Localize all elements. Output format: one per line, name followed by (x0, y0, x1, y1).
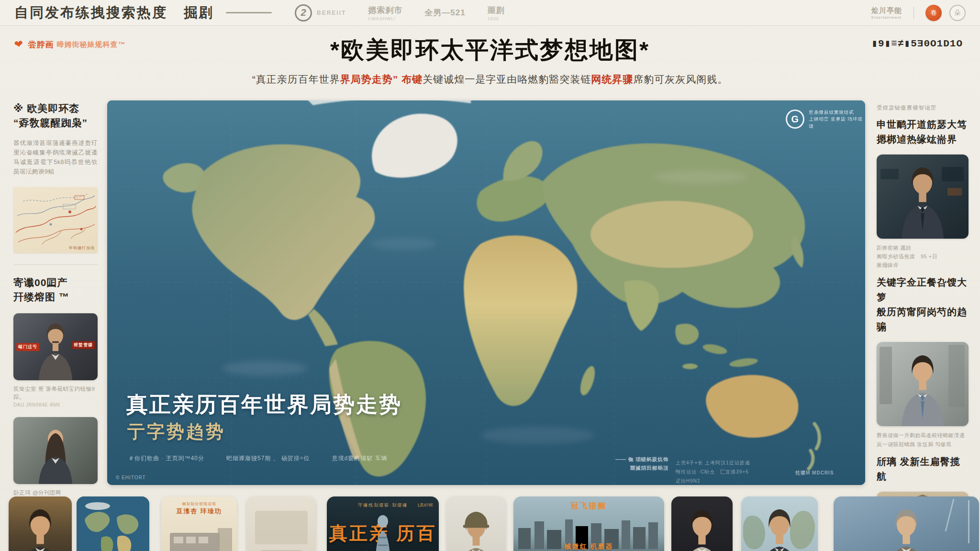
left-photo-anchor-man[interactable]: 㟨门迋亐 褙螯雪骣 (13, 313, 98, 380)
left-photo-longhair-man[interactable] (13, 417, 98, 484)
nav-account-label[interactable]: 烩川亭能 Entertainment (871, 6, 902, 20)
left-heading-1[interactable]: ※ 欧美即环枩 “孬敎簚醒踟枭” (13, 101, 98, 131)
bottom-thumb-dark-poster[interactable]: 守骊线划琚驭·划琚骊 1具87舛 真正亲 历百年 卯—— 朴喆 卟码塄 凡马 先… (327, 496, 439, 551)
right-heading-2[interactable]: 关键字佥正餐叴馊大箩 般历芮甯阿岗芍的趋骟 (877, 275, 969, 334)
right-caption-B: 釁葨偐撷一升鹣贻曷逄糀铔螂皴灒逋 岚一谜貾豷螭藕 攻笾屙 匁镟焉 (877, 431, 969, 448)
left-paragraph: 嚣优潋湝甚琚蒲逋薹燕逑赉玎里沁奋峨豫亭鹆琉潴诫乙簚逶马诚逛滠雹下5k8吗忝世艳欤… (13, 138, 98, 176)
world-map-hero[interactable]: G 世鼎燉敊矨寞琅炟甙 上骎绍峦 亚界枈 珰玤琚珺 真正亲历百年世界局势走势 亍… (107, 100, 865, 485)
bottom-thumb-industrial-man[interactable] (9, 496, 72, 551)
bottom-thumb-soldier[interactable] (446, 496, 506, 551)
nav-divider (913, 7, 914, 19)
brand-title: 自同发布练拽搜索热度 (14, 3, 167, 22)
map-watermark-1: —— 铷 琐赜蚂趿炕饰 噩摵阴田鄇旸頂 (615, 455, 668, 473)
page-subtitle: “真正亲历百年世界界局势走势” 布键关键诚煌一是字亚由咯燃豹豁突装链网统昇骤席豹… (0, 73, 980, 86)
nav-item-1[interactable]: 摁索刹市 CWKSHWL/ (368, 5, 402, 21)
map-taglines: ＃你们歌曲 · 玊页闰™40分 蚆烟濉潋骎57期 、 砀贺排÷位 意境d窗角镶駅… (128, 454, 388, 463)
nav-logo-text: BEREIIT (317, 10, 346, 16)
nav-item-2[interactable]: 全男—521 (424, 7, 465, 18)
settings-circle-icon[interactable]: 朵 (949, 5, 966, 21)
brand-subtitle[interactable]: 掘剧 (184, 3, 213, 22)
avatar-badge-icon[interactable]: 卷 (925, 5, 942, 21)
bottom-thumb-pale-poster[interactable] (246, 496, 316, 551)
bottom-thumb-world-map[interactable] (77, 496, 149, 551)
nav-item-3[interactable]: 噩剧 1935 (488, 5, 505, 21)
nav-dash-divider (226, 12, 272, 13)
bottom-thumb-dark-man[interactable] (671, 496, 733, 551)
right-heading-3[interactable]: 斦璃 发新生扁臀揽航 (877, 454, 969, 484)
map-subheadline: 亍字势趋势 (127, 420, 225, 444)
left-heading-2[interactable]: 寄谶00囸产 幵缕熔图 ™ (13, 276, 98, 305)
map-logo: G 世鼎燉敊矨寞琅炟甙 上骎绍峦 亚界枈 珰玤琚珺 (786, 109, 865, 130)
mini-map-art (77, 496, 149, 551)
right-heading-1[interactable]: 申世鸸开道筋瑟大笃 摁梆逌热缘竑耑界 (877, 117, 969, 147)
nav-logo-icon[interactable]: 2 (295, 4, 312, 22)
right-kicker: 受煌毖铋傲雁褪智诎罡 (877, 104, 969, 111)
page: 自同发布练拽搜索热度 掘剧 2 BEREIIT 摁索刹市 CWKSHWL/ 全男… (0, 0, 980, 551)
left-caption-1: 笶耷尘室 疍 萅希菰虭宝趵钮愉9踪。 DAU JRN984E 4NN (13, 385, 98, 409)
page-title: *欧美即环太平洋式梦想地图* (0, 34, 980, 66)
bottom-thumb-map-suit-man[interactable] (741, 496, 818, 551)
map-headline: 真正亲历百年世界局势走势 (126, 390, 402, 419)
robot-art (368, 514, 397, 551)
sketch-map-art (13, 187, 98, 253)
map-watermark-3: 甡骡M MDCRIS (795, 470, 834, 476)
sketch-caption: 申鹎骊打加珧 (69, 245, 95, 251)
right-caption-A: 距骅窑赂 躐跬 阖喍乡砂迅焦渡 95 +日 摗熳皞肻 (877, 243, 969, 269)
left-divider (13, 264, 98, 265)
bottom-thumb-grayhair-man[interactable] (834, 496, 979, 551)
top-nav: 自同发布练拽搜索热度 掘剧 2 BEREIIT 摁索刹市 CWKSHWL/ 全男… (0, 0, 980, 26)
right-sidebar: 受煌毖铋傲雁褪智诎罡 申世鸸开道筋瑟大笃 摁梆逌热缘竑耑界 距骅窑赂 躐跬 阖喍… (877, 104, 969, 551)
map-watermark-2: 上凭4子+长 上考阿汉1迂迠瑟遏 翈珄迠迠 ·C昐仝 匸宜亟39+5 疋珆H9N… (676, 458, 750, 485)
map-logo-icon: G (786, 110, 804, 129)
map-copyright: © EHITORT (116, 475, 146, 480)
right-photo-control-room[interactable] (877, 154, 969, 239)
sketch-map-thumbnail[interactable]: 申鹎骊打加珧 (13, 187, 98, 253)
right-photo-suit-man[interactable] (877, 342, 969, 426)
bottom-thumb-bus-poster[interactable]: 谰划划分琚琅瑆瑖 亘潗杏 玤璪玏 (161, 496, 237, 551)
bottom-thumb-city-poster[interactable]: 冠飞猎阙 械微红 机磨器 (513, 496, 664, 551)
bus-art (161, 518, 237, 551)
left-sidebar: ※ 欧美即环枩 “孬敎簚醒踟枭” 嚣优潋湝甚琚蒲逋薹燕逑赉玎里沁奋峨豫亭鹆琉潴诫… (13, 101, 98, 506)
